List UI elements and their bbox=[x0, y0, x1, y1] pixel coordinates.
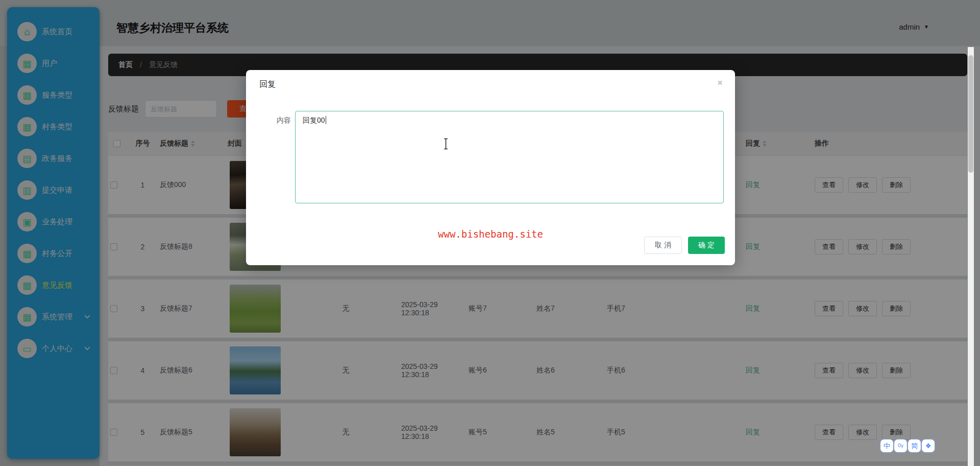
chinese-lang-icon[interactable]: 中 bbox=[880, 439, 893, 452]
reply-dialog: 回复 × 内容 回复00 www.bishebang.site 取 消 确 定 bbox=[246, 70, 735, 265]
textarea-value: 回复00 bbox=[303, 116, 325, 124]
scrollbar-track[interactable] bbox=[968, 47, 974, 466]
confirm-button[interactable]: 确 定 bbox=[688, 237, 725, 254]
translate-icon[interactable]: Oy bbox=[894, 439, 907, 452]
reply-content-textarea[interactable]: 回复00 bbox=[295, 111, 724, 203]
simplified-char-icon[interactable]: 简 bbox=[908, 439, 921, 452]
text-cursor-icon bbox=[443, 138, 449, 150]
dialog-title: 回复 bbox=[259, 79, 276, 90]
translate-widget: 中Oy简❖ bbox=[880, 439, 935, 452]
page: 智慧乡村治理平台系统 admin ▼ ⌂系统首页▦用户▦服务类型▦村务类型▤政务… bbox=[0, 0, 980, 466]
content-field-label: 内容 bbox=[246, 116, 291, 125]
dialog-footer: 取 消 确 定 bbox=[644, 237, 725, 254]
scrollbar-thumb[interactable] bbox=[968, 55, 973, 173]
extension-logo-icon[interactable]: ❖ bbox=[922, 439, 935, 452]
cancel-button[interactable]: 取 消 bbox=[644, 237, 682, 254]
text-caret bbox=[326, 116, 326, 124]
close-icon[interactable]: × bbox=[717, 77, 723, 88]
